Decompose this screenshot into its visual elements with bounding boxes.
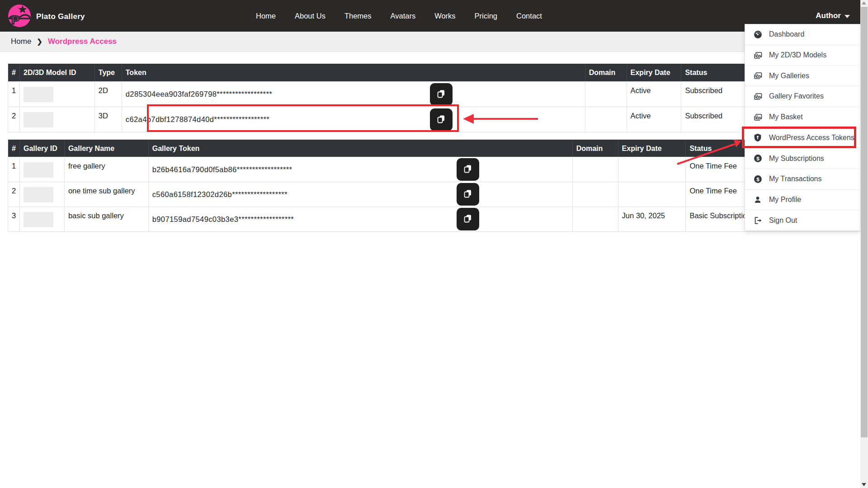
table-cell: 2 (8, 107, 20, 132)
redacted-id-cell (20, 157, 65, 182)
menu-item-my-galleries[interactable]: My Galleries (745, 66, 860, 86)
chevron-down-icon (844, 15, 850, 18)
copy-token-button[interactable] (457, 158, 479, 181)
table-row: 3basic sub galleryb907159ad7549c03b3e3**… (8, 206, 860, 231)
table-cell: Active (627, 107, 682, 132)
page-scrollbar[interactable] (860, 0, 868, 488)
token-cell: b26b4616a790d0f5ab86****************** (149, 157, 573, 182)
nav-item-home[interactable]: Home (256, 12, 276, 20)
copy-icon (436, 114, 446, 126)
user-menu-label: Author (816, 11, 841, 20)
column-header: Gallery Token (149, 140, 573, 157)
copy-token-button[interactable] (457, 208, 479, 230)
table-cell: Jun 30, 2025 (618, 207, 686, 231)
menu-item-label: My Basket (769, 113, 803, 121)
table-cell: Active (627, 82, 682, 107)
menu-item-my-subscriptions[interactable]: $My Subscriptions (745, 148, 860, 169)
menu-item-label: Sign Out (769, 216, 797, 225)
table-row: 1free galleryb26b4616a790d0f5ab86*******… (8, 157, 860, 182)
nav-item-pricing[interactable]: Pricing (475, 12, 497, 20)
chevron-right-icon: ❯ (37, 38, 42, 46)
redacted-id-placeholder (24, 112, 53, 127)
token-value: b907159ad7549c03b3e3****************** (152, 215, 294, 224)
menu-item-my-profile[interactable]: My Profile (745, 190, 860, 211)
redacted-id-cell (20, 182, 65, 206)
column-header: Type (95, 64, 122, 81)
menu-item-my-basket[interactable]: My Basket (745, 107, 860, 128)
nav-item-about-us[interactable]: About Us (295, 12, 326, 20)
svg-text:$: $ (756, 155, 760, 161)
table-cell: free gallery (65, 157, 149, 182)
token-cell: c62a4b7dbf1278874d40d****************** (122, 107, 585, 132)
scroll-down-arrow-icon[interactable] (862, 483, 866, 486)
top-navbar: P Plato Gallery HomeAbout UsThemesAvatar… (0, 0, 868, 32)
copy-token-button[interactable] (430, 83, 453, 106)
table-cell (585, 107, 627, 132)
page: P Plato Gallery HomeAbout UsThemesAvatar… (0, 0, 868, 488)
breadcrumb: Home ❯ Wordpress Access (0, 32, 868, 52)
menu-item-label: My Transactions (769, 175, 821, 183)
svg-text:P: P (11, 13, 19, 27)
copy-icon (436, 89, 446, 100)
copy-icon (462, 213, 473, 225)
user-icon (753, 196, 762, 204)
token-value: c62a4b7dbf1278874d40d****************** (126, 115, 269, 124)
signout-icon (753, 216, 762, 225)
table-cell (618, 157, 686, 182)
dollar-icon: $ (753, 154, 762, 163)
redacted-id-placeholder (24, 187, 53, 202)
menu-item-my-transactions[interactable]: $My Transactions (745, 169, 860, 190)
menu-item-my-2d-3d-models[interactable]: My 2D/3D Models (745, 45, 860, 66)
menu-item-gallery-favorites[interactable]: Gallery Favorites (745, 86, 860, 107)
breadcrumb-current-page: Wordpress Access (48, 37, 117, 46)
redacted-id-cell (20, 207, 65, 231)
table-cell (585, 82, 627, 107)
svg-text:$: $ (756, 176, 760, 182)
token-value: c560a6158f12302d26b****************** (152, 190, 288, 199)
table-cell: 2 (8, 182, 20, 206)
nav-item-avatars[interactable]: Avatars (391, 12, 416, 20)
scroll-up-arrow-icon[interactable] (862, 1, 866, 5)
breadcrumb-home-link[interactable]: Home (11, 37, 31, 46)
menu-item-dashboard[interactable]: Dashboard (745, 24, 860, 45)
brand-name: Plato Gallery (36, 12, 85, 21)
menu-item-sign-out[interactable]: Sign Out (745, 210, 860, 230)
model-tokens-table: #2D/3D Model IDTypeTokenDomainExpiry Dat… (8, 64, 860, 132)
gallery-tokens-table: #Gallery IDGallery NameGallery TokenDoma… (8, 140, 860, 232)
copy-token-button[interactable] (430, 108, 453, 131)
dashboard-icon (753, 30, 762, 39)
nav-item-works[interactable]: Works (434, 12, 455, 20)
menu-item-label: Gallery Favorites (769, 92, 824, 100)
menu-item-label: My Profile (769, 196, 801, 204)
redacted-id-cell (20, 82, 95, 107)
user-dropdown-menu: DashboardMy 2D/3D ModelsMy GalleriesGall… (745, 24, 860, 231)
column-header: Gallery Name (65, 140, 149, 157)
scrollbar-thumb[interactable] (861, 7, 868, 437)
dollar-icon: $ (753, 175, 762, 183)
table-cell: basic sub gallery (65, 207, 149, 231)
table-cell (573, 157, 618, 182)
redacted-id-placeholder (24, 212, 53, 227)
token-value: b26b4616a790d0f5ab86****************** (152, 165, 292, 174)
menu-item-label: WordPress Access Tokens (769, 134, 854, 142)
menu-item-label: My Subscriptions (769, 155, 824, 163)
column-header: Expiry Date (618, 140, 686, 157)
table-cell (573, 207, 618, 231)
menu-item-label: My 2D/3D Models (769, 51, 826, 59)
shield-icon (753, 133, 762, 142)
table-cell (573, 182, 618, 206)
copy-token-button[interactable] (457, 183, 479, 206)
menu-item-wordpress-access-tokens[interactable]: WordPress Access Tokens (745, 128, 860, 149)
images-icon (753, 51, 762, 60)
table-header-row: #2D/3D Model IDTypeTokenDomainExpiry Dat… (8, 64, 860, 81)
column-header: Domain (585, 64, 627, 81)
redacted-id-placeholder (24, 87, 53, 102)
brand[interactable]: P Plato Gallery (7, 4, 85, 30)
token-cell: b907159ad7549c03b3e3****************** (149, 207, 573, 231)
nav-item-contact[interactable]: Contact (516, 12, 542, 20)
table-row: 12Dd285304eea903faf269798***************… (8, 81, 860, 107)
table-cell: one time sub gallery (65, 182, 149, 206)
nav-item-themes[interactable]: Themes (344, 12, 372, 20)
table-cell: 1 (8, 82, 20, 107)
table-cell (618, 182, 686, 206)
